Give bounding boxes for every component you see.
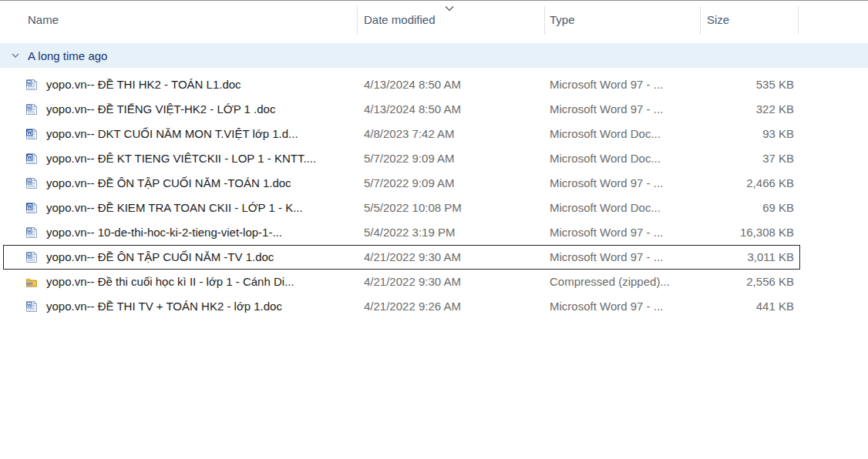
file-type: Microsoft Word Doc...	[544, 122, 700, 146]
column-header-name[interactable]: Name	[28, 1, 352, 39]
zip-folder-icon	[25, 276, 38, 288]
file-size: 535 KB	[700, 73, 794, 96]
word-97-doc-icon: W	[25, 79, 38, 91]
file-name: yopo.vn-- Đề thi cuối học kì II - lớp 1 …	[46, 270, 294, 293]
file-size: 93 KB	[700, 122, 794, 146]
file-row[interactable]: W yopo.vn-- ĐỀ TIẾNG VIỆT-HK2 - LỚP 1 .d…	[3, 97, 800, 122]
column-header-label: Size	[707, 13, 729, 26]
svg-text:W: W	[27, 203, 33, 210]
sort-descending-icon	[443, 2, 456, 8]
date-modified: 4/8/2023 7:42 AM	[357, 122, 544, 146]
file-name: yopo.vn-- ĐỀ THI TV + TOÁN HK2 - lớp 1.d…	[46, 295, 282, 318]
date-modified: 4/21/2022 9:30 AM	[357, 270, 544, 293]
file-size: 16,308 KB	[700, 221, 794, 244]
word-97-doc-icon: W	[25, 103, 38, 116]
file-size: 2,466 KB	[700, 172, 794, 195]
file-name: yopo.vn-- ĐỀ THI HK2 - TOÁN L1.doc	[46, 73, 241, 96]
file-size: 2,556 KB	[700, 270, 794, 293]
file-name: yopo.vn-- DKT CUỐI NĂM MON T.VIỆT lớp 1.…	[46, 122, 298, 146]
file-type: Microsoft Word 97 - ...	[544, 73, 700, 96]
date-modified: 4/21/2022 9:26 AM	[357, 295, 544, 318]
word-97-doc-icon: W	[25, 251, 38, 263]
file-size: 441 KB	[700, 295, 794, 318]
file-row[interactable]: W yopo.vn-- ĐÊ KT TIENG VIÊTCKII - LOP 1…	[3, 146, 800, 171]
file-name: yopo.vn-- ĐỀ KIEM TRA TOAN CKII - LỚP 1 …	[46, 196, 303, 219]
file-name-cell: W yopo.vn-- ĐỀ ÔN TẬP CUỐI NĂM -TOÁN 1.d…	[4, 172, 357, 195]
file-row[interactable]: W yopo.vn-- ĐỀ THI HK2 - TOÁN L1.doc 4/1…	[3, 72, 800, 97]
date-modified: 4/13/2024 8:50 AM	[357, 98, 544, 121]
file-size: 322 KB	[700, 98, 794, 121]
file-size: 69 KB	[700, 196, 794, 219]
file-row-selected[interactable]: W yopo.vn-- ĐỀ ÔN TẬP CUỐI NĂM -TV 1.doc…	[3, 245, 800, 270]
word-docx-icon: W	[25, 128, 38, 140]
file-name-cell: W yopo.vn-- ĐỀ THI TV + TOÁN HK2 - lớp 1…	[4, 295, 357, 318]
file-row[interactable]: W yopo.vn-- DKT CUỐI NĂM MON T.VIỆT lớp …	[3, 122, 800, 146]
file-name-cell: yopo.vn-- Đề thi cuối học kì II - lớp 1 …	[4, 270, 357, 293]
date-modified: 4/21/2022 9:30 AM	[357, 246, 544, 269]
file-size: 37 KB	[700, 147, 794, 170]
file-row[interactable]: W yopo.vn-- ĐỀ ÔN TẬP CUỐI NĂM -TOÁN 1.d…	[3, 171, 800, 196]
date-modified: 4/13/2024 8:50 AM	[357, 73, 544, 96]
file-type: Microsoft Word 97 - ...	[544, 295, 700, 318]
file-name-cell: W yopo.vn-- ĐỀ THI HK2 - TOÁN L1.doc	[4, 73, 357, 96]
file-name: yopo.vn-- ĐÊ KT TIENG VIÊTCKII - LOP 1 -…	[46, 147, 316, 170]
svg-text:W: W	[27, 129, 33, 136]
word-docx-icon: W	[25, 152, 38, 165]
column-separator[interactable]	[798, 6, 799, 35]
date-modified: 5/5/2022 10:08 PM	[357, 196, 544, 219]
file-name: yopo.vn-- ĐỀ TIẾNG VIỆT-HK2 - LỚP 1 .doc	[46, 98, 275, 121]
word-97-doc-icon: W	[25, 177, 38, 189]
file-name-cell: W yopo.vn-- ĐỀ KIEM TRA TOAN CKII - LỚP …	[4, 196, 357, 219]
file-name-cell: W yopo.vn-- 10-de-thi-hoc-ki-2-tieng-vie…	[4, 221, 357, 244]
column-header-type[interactable]: Type	[550, 1, 695, 39]
file-type: Microsoft Word 97 - ...	[544, 221, 700, 244]
column-header-label: Type	[550, 13, 575, 26]
word-docx-icon: W	[25, 202, 38, 214]
column-headers: Name Date modified Type Size	[0, 0, 868, 39]
word-97-doc-icon: W	[25, 226, 38, 239]
svg-text:W: W	[27, 105, 32, 110]
chevron-down-icon[interactable]	[10, 50, 21, 61]
column-separator[interactable]	[357, 6, 358, 35]
file-name-cell: W yopo.vn-- ĐỀ TIẾNG VIỆT-HK2 - LỚP 1 .d…	[4, 98, 357, 121]
file-type: Microsoft Word 97 - ...	[544, 246, 700, 269]
file-name: yopo.vn-- 10-de-thi-hoc-ki-2-tieng-viet-…	[46, 221, 282, 244]
file-list: W yopo.vn-- ĐỀ THI HK2 - TOÁN L1.doc 4/1…	[0, 72, 868, 319]
file-name: yopo.vn-- ĐỀ ÔN TẬP CUỐI NĂM -TOÁN 1.doc	[46, 172, 291, 195]
group-header-a-long-time-ago[interactable]: A long time ago	[0, 43, 868, 68]
svg-text:W: W	[27, 228, 32, 233]
file-explorer-details-view: Name Date modified Type Size A long time…	[0, 0, 868, 459]
file-type: Microsoft Word Doc...	[544, 196, 700, 219]
file-row[interactable]: yopo.vn-- Đề thi cuối học kì II - lớp 1 …	[3, 270, 800, 294]
column-header-label: Date modified	[364, 13, 436, 26]
word-97-doc-icon: W	[25, 300, 38, 313]
file-size: 3,011 KB	[700, 246, 794, 269]
column-separator[interactable]	[544, 6, 545, 35]
file-name-cell: W yopo.vn-- ĐỀ ÔN TẬP CUỐI NĂM -TV 1.doc	[4, 246, 357, 269]
file-row[interactable]: W yopo.vn-- ĐỀ THI TV + TOÁN HK2 - lớp 1…	[3, 294, 800, 319]
file-name-cell: W yopo.vn-- ĐÊ KT TIENG VIÊTCKII - LOP 1…	[4, 147, 357, 170]
column-separator[interactable]	[700, 6, 701, 35]
date-modified: 5/4/2022 3:19 PM	[357, 221, 544, 244]
file-row[interactable]: W yopo.vn-- 10-de-thi-hoc-ki-2-tieng-vie…	[3, 220, 800, 245]
column-header-size[interactable]: Size	[707, 1, 792, 39]
file-type: Microsoft Word 97 - ...	[544, 98, 700, 121]
svg-text:W: W	[27, 302, 32, 307]
file-row[interactable]: W yopo.vn-- ĐỀ KIEM TRA TOAN CKII - LỚP …	[3, 196, 800, 220]
file-name: yopo.vn-- ĐỀ ÔN TẬP CUỐI NĂM -TV 1.doc	[46, 246, 274, 269]
svg-text:W: W	[27, 179, 32, 184]
column-header-label: Name	[28, 13, 59, 26]
svg-text:W: W	[27, 80, 32, 85]
svg-text:W: W	[27, 154, 33, 161]
svg-text:W: W	[27, 253, 32, 258]
file-type: Microsoft Word 97 - ...	[544, 172, 700, 195]
file-name-cell: W yopo.vn-- DKT CUỐI NĂM MON T.VIỆT lớp …	[4, 122, 357, 146]
file-type: Microsoft Word Doc...	[544, 147, 700, 170]
date-modified: 5/7/2022 9:09 AM	[357, 172, 544, 195]
group-header-label: A long time ago	[28, 49, 107, 62]
file-type: Compressed (zipped)...	[544, 270, 700, 293]
date-modified: 5/7/2022 9:09 AM	[357, 147, 544, 170]
